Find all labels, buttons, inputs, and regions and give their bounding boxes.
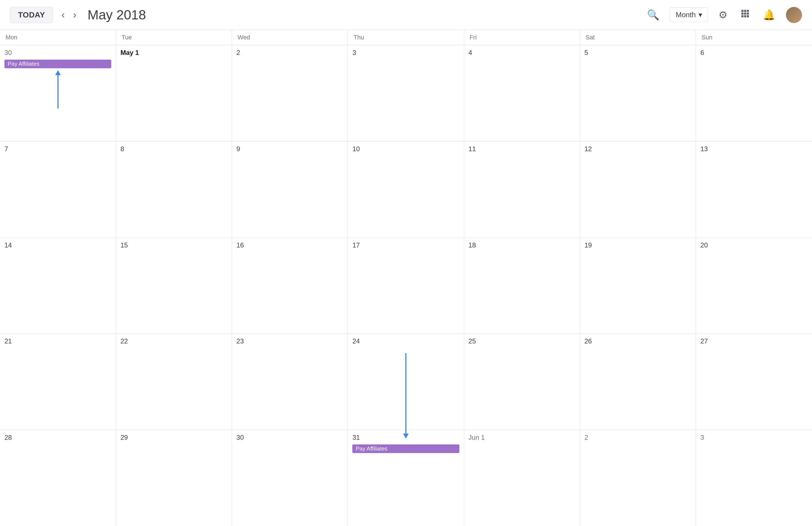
day-number: 3	[352, 48, 459, 57]
day-number: 18	[468, 240, 575, 250]
day-number: 26	[584, 337, 691, 346]
day-cell-may27[interactable]: 27	[696, 334, 812, 430]
arrow-up	[55, 70, 61, 108]
day-cell-jun3[interactable]: 3	[696, 430, 812, 526]
search-icon[interactable]: 🔍	[645, 7, 662, 23]
day-number: May 1	[120, 48, 227, 57]
day-cell-may3[interactable]: 3	[348, 45, 464, 141]
day-cell-apr30[interactable]: 30 Pay Affiliates	[0, 45, 116, 141]
day-cell-may5[interactable]: 5	[580, 45, 696, 141]
avatar[interactable]	[786, 7, 802, 23]
day-number: 30	[236, 433, 343, 442]
day-number: 30	[4, 48, 111, 57]
svg-rect-1	[744, 10, 746, 12]
day-number: 31	[352, 433, 459, 442]
day-number: 13	[700, 144, 808, 154]
day-number: 23	[236, 337, 343, 346]
day-cell-may11[interactable]: 11	[464, 142, 580, 237]
day-number: 27	[700, 337, 808, 346]
event-pay-affiliates-1[interactable]: Pay Affiliates	[4, 60, 111, 68]
day-cell-may6[interactable]: 6	[696, 45, 812, 141]
day-number: Jun 1	[468, 433, 575, 442]
week-row-4: 21 22 23 24 25 26 27	[0, 334, 812, 430]
day-cell-may4[interactable]: 4	[464, 45, 580, 141]
day-number: 10	[352, 144, 459, 154]
day-number: 22	[120, 337, 227, 346]
day-cell-may10[interactable]: 10	[348, 142, 464, 237]
svg-rect-3	[741, 13, 744, 15]
day-cell-may17[interactable]: 17	[348, 238, 464, 334]
day-number: 19	[584, 240, 691, 250]
day-cell-may26[interactable]: 26	[580, 334, 696, 430]
header-sat: Sat	[580, 30, 696, 45]
event-pay-affiliates-2[interactable]: Pay Affiliates	[352, 444, 459, 453]
header-tue: Tue	[116, 30, 232, 45]
day-cell-may24[interactable]: 24	[348, 334, 464, 430]
day-cell-may2[interactable]: 2	[232, 45, 348, 141]
day-cell-may31[interactable]: 31 Pay Affiliates	[348, 430, 464, 526]
day-cell-may22[interactable]: 22	[116, 334, 232, 430]
day-cell-may8[interactable]: 8	[116, 142, 232, 237]
next-button[interactable]: ›	[70, 8, 79, 21]
day-number: 17	[352, 240, 459, 250]
header-wed: Wed	[232, 30, 348, 45]
month-title: May 2018	[87, 7, 639, 23]
svg-rect-2	[747, 10, 749, 12]
day-number: 20	[700, 240, 808, 250]
header-thu: Thu	[348, 30, 464, 45]
calendar-header: TODAY ‹ › May 2018 🔍 Month ▾ ⚙ 🔔	[0, 0, 812, 30]
day-headers: Mon Tue Wed Thu Fri Sat Sun	[0, 30, 812, 45]
day-number: 28	[4, 433, 111, 442]
svg-rect-6	[741, 15, 744, 17]
week-row-1: 30 Pay Affiliates May 1 2 3	[0, 45, 812, 142]
day-number: 15	[120, 240, 227, 250]
week-row-3: 14 15 16 17 18 19 20	[0, 238, 812, 334]
day-cell-may1[interactable]: May 1	[116, 45, 232, 141]
today-button[interactable]: TODAY	[10, 7, 53, 23]
day-number: 2	[236, 48, 343, 57]
day-number: 4	[468, 48, 575, 57]
day-cell-may12[interactable]: 12	[580, 142, 696, 237]
header-right: 🔍 Month ▾ ⚙ 🔔	[645, 6, 802, 23]
day-cell-may15[interactable]: 15	[116, 238, 232, 334]
apps-icon[interactable]	[738, 6, 752, 23]
svg-rect-7	[744, 15, 746, 17]
day-cell-may20[interactable]: 20	[696, 238, 812, 334]
header-sun: Sun	[696, 30, 812, 45]
day-cell-may23[interactable]: 23	[232, 334, 348, 430]
day-cell-may14[interactable]: 14	[0, 238, 116, 334]
day-cell-jun2[interactable]: 2	[580, 430, 696, 526]
day-number: 3	[700, 433, 808, 442]
day-cell-may7[interactable]: 7	[0, 142, 116, 237]
day-cell-may13[interactable]: 13	[696, 142, 812, 237]
day-cell-may19[interactable]: 19	[580, 238, 696, 334]
svg-rect-5	[747, 13, 749, 15]
day-cell-may30[interactable]: 30	[232, 430, 348, 526]
day-cell-jun1[interactable]: Jun 1	[464, 430, 580, 526]
calendar: Mon Tue Wed Thu Fri Sat Sun 30 Pay Affil…	[0, 30, 812, 526]
day-cell-may25[interactable]: 25	[464, 334, 580, 430]
day-number: 9	[236, 144, 343, 154]
day-cell-may9[interactable]: 9	[232, 142, 348, 237]
day-cell-may18[interactable]: 18	[464, 238, 580, 334]
arrow-head-up-icon	[55, 70, 61, 75]
day-number: 12	[584, 144, 691, 154]
bell-icon[interactable]: 🔔	[761, 7, 778, 23]
svg-rect-4	[744, 13, 746, 15]
view-label: Month	[676, 11, 696, 19]
day-number: 21	[4, 337, 111, 346]
day-cell-may28[interactable]: 28	[0, 430, 116, 526]
day-number: 7	[4, 144, 111, 154]
view-selector[interactable]: Month ▾	[670, 8, 708, 22]
day-cell-may16[interactable]: 16	[232, 238, 348, 334]
header-fri: Fri	[464, 30, 580, 45]
day-number: 24	[352, 337, 459, 346]
svg-rect-0	[741, 10, 744, 12]
day-number: 29	[120, 433, 227, 442]
gear-icon[interactable]: ⚙	[716, 7, 730, 23]
prev-button[interactable]: ‹	[59, 8, 68, 21]
day-cell-may21[interactable]: 21	[0, 334, 116, 430]
weeks: 30 Pay Affiliates May 1 2 3	[0, 45, 812, 526]
svg-rect-8	[747, 15, 749, 17]
day-cell-may29[interactable]: 29	[116, 430, 232, 526]
